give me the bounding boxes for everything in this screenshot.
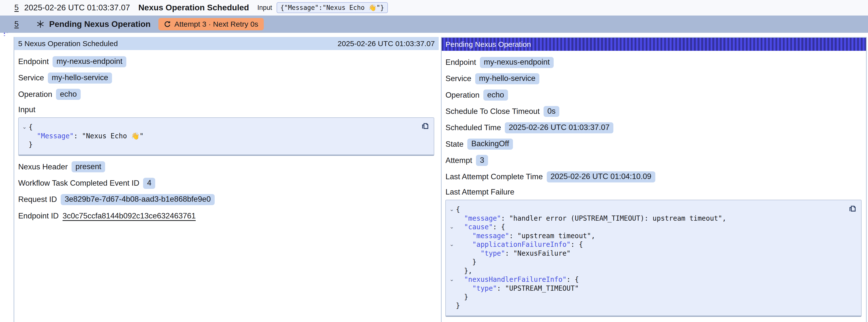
field-label: Last Attempt Complete Time	[445, 172, 543, 181]
json-line: "Message": "Nexus Echo 👋"	[29, 132, 144, 140]
json-line: "applicationFailureInfo": {	[456, 240, 583, 249]
json-line: }	[456, 301, 460, 310]
history-row-event-scheduled[interactable]: 5 2025-02-26 UTC 01:03:37.07 Nexus Opera…	[0, 0, 868, 15]
json-gutter	[447, 301, 456, 310]
json-line: "type": "UPSTREAM_TIMEOUT"	[456, 284, 579, 293]
panel-pending-nexus-operation: Pending Nexus Operation Endpointmy-nexus…	[441, 37, 867, 322]
collapse-chevron-icon[interactable]: ⌄	[447, 205, 456, 214]
left-panel-fields-bottom: Nexus HeaderpresentWorkflow Task Complet…	[18, 161, 434, 221]
event-title: Nexus Operation Scheduled	[138, 3, 249, 12]
field-label: Workflow Task Completed Event ID	[18, 179, 140, 188]
failure-section-label: Last Attempt Failure	[445, 188, 861, 196]
json-line: "message": "handler error (UPSTREAM_TIME…	[456, 214, 726, 223]
json-line: }	[29, 140, 33, 149]
json-gutter	[447, 284, 456, 293]
event-id-link[interactable]: 5	[14, 3, 19, 12]
copy-icon[interactable]	[421, 121, 430, 130]
input-section-label: Input	[18, 105, 434, 114]
field-service: Servicemy-hello-service	[18, 72, 434, 84]
field-state: StateBackingOff	[445, 138, 861, 150]
json-line: {	[29, 123, 33, 131]
field-endpoint-id: Endpoint ID3c0c75ccfa8144b092c13ce632463…	[18, 210, 434, 221]
copy-icon[interactable]	[848, 204, 857, 213]
left-panel-title: 5 Nexus Operation Scheduled	[18, 39, 118, 48]
field-operation: Operationecho	[18, 89, 434, 100]
field-value-link[interactable]: 3c0c75ccfa8144b092c13ce632463761	[63, 212, 196, 220]
field-scheduled-time: Scheduled Time2025-02-26 UTC 01:03:37.07	[445, 122, 861, 133]
json-line: {	[456, 205, 460, 214]
json-line: }	[456, 293, 468, 301]
pending-asterisk-icon	[36, 20, 44, 28]
field-value-badge: 3e829b7e-7d67-4b08-aad3-b1e868bfe9e0	[61, 194, 214, 205]
collapse-chevron-icon[interactable]: ⌄	[20, 123, 29, 131]
json-line: },	[456, 266, 472, 275]
retry-badge-text: Attempt 3 · Next Retry 0s	[175, 20, 258, 28]
field-value-badge: present	[71, 161, 105, 172]
field-value-badge: 0s	[544, 106, 560, 117]
json-gutter	[447, 258, 456, 266]
json-line: }	[456, 258, 476, 266]
json-gutter	[20, 132, 29, 140]
json-line: "message": "upstream timeout",	[456, 231, 595, 240]
field-workflow-task-completed-event-id: Workflow Task Completed Event ID4	[18, 178, 434, 189]
right-panel-header: Pending Nexus Operation	[442, 38, 866, 51]
field-label: Service	[18, 73, 44, 82]
field-endpoint: Endpointmy-nexus-endpoint	[18, 56, 434, 67]
field-label: Service	[445, 74, 471, 83]
pending-title: Pending Nexus Operation	[49, 20, 151, 29]
pending-event-id-link[interactable]: 5	[14, 20, 19, 29]
panel-nexus-operation-scheduled: 5 Nexus Operation Scheduled 2025-02-26 U…	[13, 37, 439, 322]
field-value-badge: my-hello-service	[48, 72, 112, 84]
event-detail-panels: 5 Nexus Operation Scheduled 2025-02-26 U…	[13, 37, 867, 322]
event-timestamp: 2025-02-26 UTC 01:03:37.07	[24, 3, 130, 12]
field-endpoint: Endpointmy-nexus-endpoint	[445, 57, 861, 68]
retry-icon	[164, 21, 171, 28]
json-gutter	[447, 231, 456, 240]
json-gutter	[447, 214, 456, 223]
field-label: Endpoint ID	[18, 212, 59, 220]
right-panel-title: Pending Nexus Operation	[445, 40, 531, 49]
left-panel-header: 5 Nexus Operation Scheduled 2025-02-26 U…	[14, 37, 439, 50]
left-panel-fields-top: Endpointmy-nexus-endpointServicemy-hello…	[18, 56, 434, 100]
left-panel-body: Endpointmy-nexus-endpointServicemy-hello…	[14, 50, 439, 232]
failure-json-lines: ⌄{ "message": "handler error (UPSTREAM_T…	[447, 205, 845, 310]
right-panel-fields-top: Endpointmy-nexus-endpointServicemy-hello…	[445, 57, 861, 183]
field-label: Endpoint	[18, 57, 49, 66]
collapse-chevron-icon[interactable]: ⌄	[447, 223, 456, 231]
retry-attempt-badge: Attempt 3 · Next Retry 0s	[158, 18, 264, 30]
field-request-id: Request ID3e829b7e-7d67-4b08-aad3-b1e868…	[18, 194, 434, 205]
input-json-lines: ⌄{ "Message": "Nexus Echo 👋"}	[20, 123, 418, 149]
json-line: "nexusHandlerFailureInfo": {	[456, 275, 579, 284]
event-input-label: Input	[257, 4, 272, 11]
collapse-chevron-icon[interactable]: ⌄	[447, 240, 456, 249]
field-label: Request ID	[18, 195, 57, 204]
field-schedule-to-close-timeout: Schedule To Close Timeout0s	[445, 106, 861, 117]
field-label: Operation	[18, 90, 52, 99]
field-nexus-header: Nexus Headerpresent	[18, 161, 434, 172]
field-label: Attempt	[445, 156, 472, 165]
failure-json-viewer: ⌄{ "message": "handler error (UPSTREAM_T…	[445, 200, 861, 317]
field-label: Nexus Header	[18, 162, 68, 171]
field-label: Endpoint	[445, 58, 476, 67]
field-value-badge: echo	[56, 89, 81, 100]
field-value-badge: my-nexus-endpoint	[53, 56, 126, 67]
field-value-badge: 2025-02-26 UTC 01:04:10.09	[547, 171, 655, 183]
json-gutter	[447, 266, 456, 275]
json-gutter	[447, 249, 456, 258]
history-row-pending-operation[interactable]: 5 Pending Nexus Operation Attempt 3 · Ne…	[0, 15, 868, 33]
field-label: Schedule To Close Timeout	[445, 107, 539, 116]
field-value-badge: echo	[483, 90, 508, 101]
field-value-badge: my-nexus-endpoint	[480, 57, 554, 68]
field-value-badge: 3	[476, 155, 488, 166]
field-value-badge: my-hello-service	[475, 73, 539, 84]
collapse-chevron-icon[interactable]: ⌄	[447, 275, 456, 284]
field-label: Scheduled Time	[445, 123, 501, 132]
json-line: "cause": {	[456, 223, 505, 231]
field-attempt: Attempt3	[445, 155, 861, 166]
workflow-history-view: 5 2025-02-26 UTC 01:03:37.07 Nexus Opera…	[0, 0, 868, 322]
field-label: Operation	[445, 91, 479, 100]
field-operation: Operationecho	[445, 90, 861, 101]
field-value-badge: 2025-02-26 UTC 01:03:37.07	[505, 122, 613, 133]
field-value-badge: BackingOff	[467, 138, 513, 150]
field-service: Servicemy-hello-service	[445, 73, 861, 84]
